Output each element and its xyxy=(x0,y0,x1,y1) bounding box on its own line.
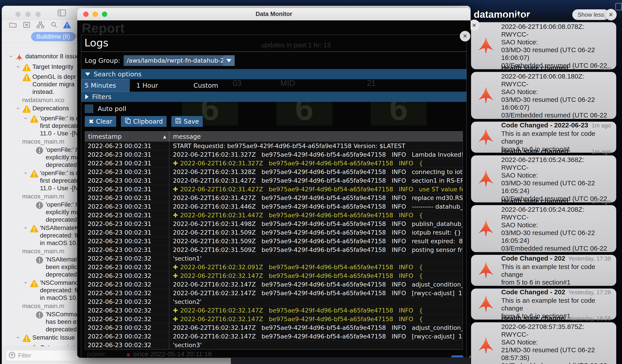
log-message-cell: ✚2022-06-22T16:02:31.427Z be975ae9-429f-… xyxy=(169,186,463,193)
expand-plus-icon[interactable]: ✚ xyxy=(173,272,178,279)
warning-icon xyxy=(30,169,40,179)
deprecation-note-icon xyxy=(36,256,46,265)
clear-button[interactable]: ✖ Clear xyxy=(85,116,116,127)
data-monitor-content: Report updates in past 1 hr: 13 03 MID 2… xyxy=(77,20,471,358)
log-row[interactable]: 2022-06-23 00:02:32'section2' xyxy=(85,297,463,306)
symbol-navigator-icon[interactable] xyxy=(36,21,45,30)
expand-plus-icon[interactable]: ✚ xyxy=(173,307,178,314)
notification-center: datamonitor Show less ✕ ✕Health state ch… xyxy=(471,0,622,364)
log-table-body: 2022-06-23 00:02:31START RequestId: be97… xyxy=(85,142,463,349)
save-button[interactable]: Save xyxy=(171,116,203,127)
issue-text: Target Integrity xyxy=(32,63,74,71)
log-row[interactable]: 2022-06-23 00:02:31✚2022-06-22T16:02:31.… xyxy=(85,159,463,168)
log-row[interactable]: 2022-06-23 00:02:312022-06-22T16:02:31.4… xyxy=(85,202,463,211)
source-control-icon[interactable] xyxy=(22,21,31,30)
log-row[interactable]: 2022-06-23 00:02:31START RequestId: be97… xyxy=(85,142,463,150)
log-row[interactable]: 2022-06-23 00:02:32✚2022-06-22T16:02:32.… xyxy=(85,315,463,323)
log-group-select[interactable]: /aws/lambda/rwrpt-fn-datahub-2- xyxy=(124,55,235,66)
disclosure-chevron-icon[interactable]: › xyxy=(22,169,30,177)
log-row[interactable]: 2022-06-23 00:02:312022-06-22T16:02:31.3… xyxy=(85,168,463,176)
filter-input[interactable]: Filter xyxy=(6,350,79,361)
disclosure-chevron-icon[interactable]: › xyxy=(15,105,22,112)
log-group-value: /aws/lambda/rwrpt-fn-datahub-2- xyxy=(124,55,223,66)
fetching-status: fetching... xyxy=(134,357,165,358)
log-message-cell: 2022-06-22T16:02:31.327Z be975ae9-429f-4… xyxy=(169,151,463,158)
warning-icon xyxy=(30,224,40,233)
disclosure-chevron-icon[interactable]: › xyxy=(22,279,30,287)
time-range-5-minutes[interactable]: 5 Minutes xyxy=(81,79,130,92)
time-range-1-hour[interactable]: 1 Hour xyxy=(136,79,158,92)
log-row[interactable]: 2022-06-23 00:02:32✚2022-06-22T16:02:32.… xyxy=(85,271,463,280)
notification-card[interactable]: Code Changed - 2022-06...Yesterday, 17:3… xyxy=(471,255,616,286)
log-row[interactable]: 2022-06-23 00:02:32'section3' xyxy=(85,341,463,349)
log-message-cell: 2022-06-22T16:02:31.509Z be975ae9-429f-4… xyxy=(169,238,463,245)
log-row[interactable]: 2022-06-23 00:02:312022-06-22T16:02:31.3… xyxy=(85,150,463,159)
close-icon[interactable]: ✕ xyxy=(460,31,470,41)
log-row[interactable]: 2022-06-23 00:02:312022-06-22T16:02:31.5… xyxy=(85,237,463,246)
warning-icon xyxy=(30,115,40,124)
expand-plus-icon[interactable]: ✚ xyxy=(173,212,178,219)
log-row[interactable]: 2022-06-23 00:02:32'section1' xyxy=(85,254,463,263)
datamonitor-app-icon xyxy=(476,219,496,239)
dropdown-arrow-icon[interactable] xyxy=(223,55,235,66)
expand-plus-icon[interactable]: ✚ xyxy=(173,160,178,167)
project-navigator-icon[interactable] xyxy=(8,21,17,30)
log-row[interactable]: 2022-06-23 00:02:322022-06-22T16:02:32.1… xyxy=(85,332,463,341)
disclosure-chevron-icon[interactable]: › xyxy=(15,63,22,71)
log-message-cell: 'section2' xyxy=(169,298,463,305)
log-row[interactable]: 2022-06-23 00:02:31✚2022-06-22T16:02:31.… xyxy=(85,211,463,219)
notification-body: 2022-06-22T16:05:24.208Z: RWYCC- SAO Not… xyxy=(501,206,611,260)
issue-navigator-icon[interactable] xyxy=(62,21,72,30)
time-range-custom[interactable]: Custom xyxy=(194,79,218,92)
expand-plus-icon[interactable]: ✚ xyxy=(173,264,178,270)
notification-card[interactable]: Health state changedYesterday, 16:582022… xyxy=(471,322,616,364)
window-title: Data Monitor xyxy=(77,11,471,18)
log-row[interactable]: 2022-06-23 00:02:32✚2022-06-22T16:02:32.… xyxy=(85,263,463,271)
log-row[interactable]: 2022-06-23 00:02:322022-06-22T16:02:32.1… xyxy=(85,280,463,289)
clipboard-icon xyxy=(125,117,131,126)
expand-plus-icon[interactable]: ✚ xyxy=(173,186,178,193)
search-options-header[interactable]: Search options xyxy=(81,69,466,79)
warning-icon xyxy=(22,334,32,343)
log-row[interactable]: 2022-06-23 00:02:322022-06-22T16:02:32.1… xyxy=(85,289,463,297)
disclosure-chevron-icon[interactable]: › xyxy=(22,344,30,346)
search-icon[interactable] xyxy=(50,21,58,30)
disclosure-chevron-icon[interactable]: › xyxy=(22,224,30,232)
notification-card[interactable]: Health state changednow2022-06-22T16:06:… xyxy=(471,72,616,119)
clipboard-button[interactable]: Clipboard xyxy=(121,116,167,127)
log-timestamp-cell: 2022-06-23 00:02:31 xyxy=(85,237,169,245)
log-row[interactable]: 2022-06-23 00:02:312022-06-22T16:02:31.5… xyxy=(85,228,463,237)
notification-title: Health state changed xyxy=(501,314,565,322)
tab-buildtime[interactable]: Buildtime (8) xyxy=(31,32,76,41)
disclosure-chevron-icon[interactable]: › xyxy=(8,53,15,60)
notification-card[interactable]: Health state changed1m ago2022-06-22T16:… xyxy=(471,155,616,202)
log-timestamp-cell: 2022-06-23 00:02:32 xyxy=(85,306,169,314)
log-row[interactable]: 2022-06-23 00:02:31✚2022-06-22T16:02:31.… xyxy=(85,185,463,193)
log-timestamp-cell: 2022-06-23 00:02:32 xyxy=(85,341,169,349)
datamonitor-app-icon xyxy=(476,127,496,147)
save-icon xyxy=(175,118,181,125)
warning-icon xyxy=(22,105,32,114)
auto-poll-label: Auto poll xyxy=(98,105,126,113)
disclosure-chevron-icon[interactable]: › xyxy=(22,115,30,122)
log-message-cell: 2022-06-22T16:02:31.446Z be975ae9-429f-4… xyxy=(169,203,463,210)
log-row[interactable]: 2022-06-23 00:02:322022-06-22T16:02:32.1… xyxy=(85,323,463,332)
log-row[interactable]: 2022-06-23 00:02:312022-06-22T16:02:31.4… xyxy=(85,193,463,202)
notification-time: Yesterday, 17:28 xyxy=(565,289,611,296)
expand-plus-icon[interactable]: ✚ xyxy=(173,316,178,323)
log-row[interactable]: 2022-06-23 00:02:32✚2022-06-22T16:02:32.… xyxy=(85,306,463,315)
close-icon[interactable]: ✕ xyxy=(471,19,480,31)
disclosure-chevron-icon[interactable]: › xyxy=(15,334,22,341)
notification-card[interactable]: Health state changed1m ago2022-06-22T16:… xyxy=(471,205,616,252)
log-message-cell: 'section1' xyxy=(169,255,463,262)
log-row[interactable]: 2022-06-23 00:02:312022-06-22T16:02:31.5… xyxy=(85,246,463,254)
log-row[interactable]: 2022-06-23 00:02:312022-06-22T16:02:31.4… xyxy=(85,219,463,228)
log-row[interactable]: 2022-06-23 00:02:312022-06-22T16:02:31.4… xyxy=(85,176,463,185)
auto-poll-checkbox[interactable] xyxy=(85,105,93,113)
notification-card[interactable]: ✕Health state changed2022-06-22T16:06:08… xyxy=(471,22,616,69)
log-message-cell: 2022-06-22T16:02:31.328Z be975ae9-429f-4… xyxy=(169,169,463,175)
filters-header[interactable]: Filters xyxy=(81,92,466,102)
log-message-cell: 2022-06-22T16:02:32.147Z be975ae9-429f-4… xyxy=(169,281,463,288)
column-timestamp[interactable]: timestamp ▲ xyxy=(85,131,169,142)
column-message[interactable]: message xyxy=(169,133,201,140)
